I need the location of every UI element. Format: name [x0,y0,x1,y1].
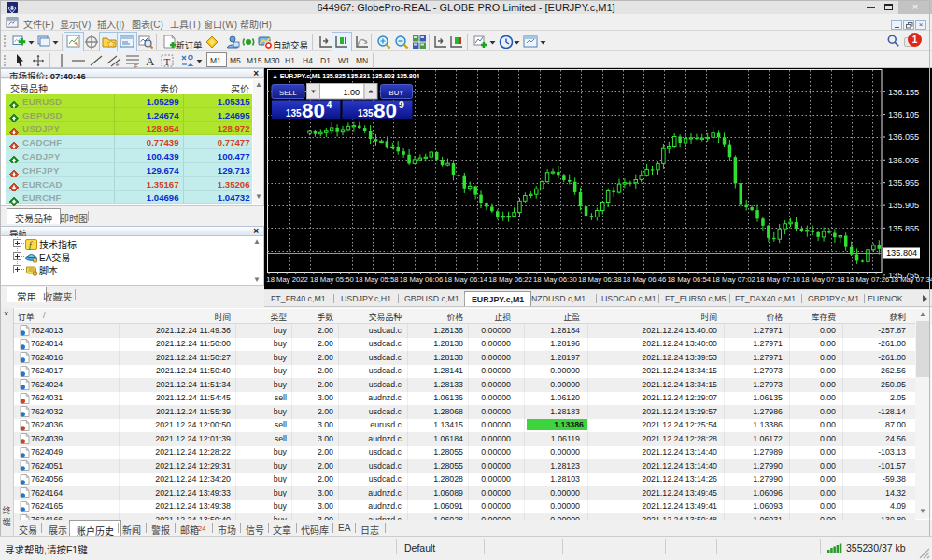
svg-text:135.855: 135.855 [888,224,919,233]
svg-text:18 May 07:26: 18 May 07:26 [846,275,890,284]
svg-text:18 May 07:10: 18 May 07:10 [756,275,800,284]
svg-text:80: 80 [302,99,325,122]
svg-text:18 May 2022: 18 May 2022 [266,275,307,284]
svg-text:135.905: 135.905 [888,201,919,210]
svg-text:18 May 05:58: 18 May 05:58 [355,275,399,284]
svg-text:18 May 06:54: 18 May 06:54 [668,275,712,284]
svg-text:18 May 07:34: 18 May 07:34 [891,275,932,284]
svg-text:SELL: SELL [279,89,298,97]
svg-text:136.005: 136.005 [888,156,919,165]
svg-text:135.955: 135.955 [888,178,919,188]
svg-text:9: 9 [399,99,404,110]
svg-text:80: 80 [374,99,397,122]
svg-text:BUY: BUY [389,89,404,97]
svg-text:18 May 06:22: 18 May 06:22 [488,275,532,284]
svg-text:e: e [116,62,120,67]
svg-text:18 May 06:38: 18 May 06:38 [578,275,622,284]
svg-text:18 May 06:14: 18 May 06:14 [445,275,488,284]
svg-text:135.804: 135.804 [886,248,917,258]
svg-text:18 May 06:06: 18 May 06:06 [400,275,444,284]
svg-text:136.105: 136.105 [888,110,919,119]
svg-text:18 May 06:46: 18 May 06:46 [623,275,667,284]
svg-text:▲ EURJPY.c,M1 135.825 135.831: ▲ EURJPY.c,M1 135.825 135.831 135.803 13… [272,73,419,80]
svg-text:136.055: 136.055 [888,133,919,142]
svg-text:18 May 07:18: 18 May 07:18 [801,275,845,284]
svg-text:136.155: 136.155 [888,88,919,97]
svg-text:1.00: 1.00 [343,88,360,97]
svg-text:4: 4 [327,99,332,110]
svg-text:135: 135 [358,108,374,119]
svg-text:18 May 07:02: 18 May 07:02 [712,275,755,284]
svg-text:T: T [164,56,171,67]
svg-text:135: 135 [286,108,302,119]
svg-text:A: A [146,54,155,68]
svg-text:18 May 06:30: 18 May 06:30 [533,275,577,284]
svg-text:18 May 05:50: 18 May 05:50 [310,275,354,284]
